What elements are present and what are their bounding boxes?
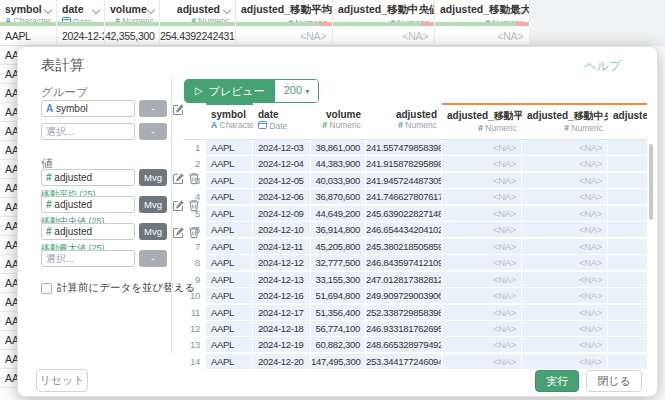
preview-table-cell: <NA> xyxy=(608,255,647,270)
row-number-cell: 9 xyxy=(183,272,206,287)
preview-table-cell: <NA> xyxy=(608,337,647,352)
preview-table-cell: 2024-12-19 xyxy=(253,337,311,352)
preview-column-header-adjusted_移動最大値[interactable]: adjusted_移動最大値# Numeric xyxy=(608,103,647,139)
preview-column-header-adjusted_移動平均[interactable]: adjusted_移動平均# Numeric xyxy=(442,103,522,139)
field-input[interactable]: # adjusted xyxy=(41,223,135,240)
preview-table-cell: <NA> xyxy=(522,189,608,204)
row-number-column-header xyxy=(183,103,206,139)
preview-table-cell: <NA> xyxy=(608,321,647,336)
preview-table-cell: <NA> xyxy=(608,239,647,254)
column-name: symbol xyxy=(206,109,253,120)
app-screen: symbolA Characterdate Datevolume# Numeri… xyxy=(0,0,665,400)
vertical-scrollbar-thumb[interactable] xyxy=(649,144,653,220)
bg-column-header-volume[interactable]: volume# Numeric xyxy=(105,0,160,22)
group-section-label: グループ xyxy=(41,85,88,100)
row-number-cell: 13 xyxy=(183,337,206,352)
numeric-type-icon: # xyxy=(322,120,327,130)
column-type-label: Date xyxy=(253,120,311,131)
preview-table-cell: 2024-12-18 xyxy=(253,321,311,336)
preview-limit-value: 200 xyxy=(284,84,302,96)
preview-table-row: 5AAPL2024-12-0944,649,200245.63902282714… xyxy=(183,206,647,221)
preview-table-cell: 245.639022827148 xyxy=(366,206,442,221)
field-input[interactable]: # adjusted xyxy=(41,196,135,213)
preview-table-row: 14AAPL2024-12-20147,495,300253.344177246… xyxy=(183,354,647,369)
preview-limit-dropdown[interactable]: 200 ▾ xyxy=(275,80,318,102)
close-button[interactable]: 閉じる xyxy=(586,370,642,392)
select-field-input[interactable]: 選択... xyxy=(41,123,135,140)
field-input[interactable]: A symbol xyxy=(41,100,135,117)
panel-divider xyxy=(171,77,172,354)
field-input[interactable]: # adjusted xyxy=(41,169,135,186)
dialog-title: 表計算 xyxy=(41,56,85,75)
preview-table-cell: <NA> xyxy=(522,173,608,188)
column-name: adjusted_移動最大値 xyxy=(608,109,647,123)
preview-column-header-symbol[interactable]: symbolA Character xyxy=(206,103,253,139)
preview-table-cell: AAPL xyxy=(206,321,253,336)
preview-column-header-adjusted[interactable]: adjusted# Numeric xyxy=(366,103,442,139)
preview-table-cell: 2024-12-12 xyxy=(253,255,311,270)
column-name: adjusted_移動中央値 xyxy=(333,3,434,17)
preview-table-cell: AAPL xyxy=(206,156,253,171)
bg-column-header-adjusted_移動中央値[interactable]: adjusted_移動中央値# Numeric xyxy=(333,0,435,22)
preview-button-label: プレビュー xyxy=(209,81,265,101)
column-type-label: # Numeric xyxy=(522,123,608,133)
preview-table-row: 6AAPL2024-12-1036,914,800246.65443420410… xyxy=(183,222,647,237)
aggregation-button[interactable]: Mvg xyxy=(139,223,167,240)
preview-button[interactable]: ▷ プレビュー xyxy=(185,80,275,102)
preview-column-header-volume[interactable]: volume# Numeric xyxy=(311,103,366,139)
run-button[interactable]: 実行 xyxy=(535,370,579,392)
preview-table-cell: <NA> xyxy=(608,173,647,188)
table-cell: <NA> xyxy=(333,26,435,46)
bg-column-header-adjusted_移動最大値[interactable]: adjusted_移動最大値# Numeric xyxy=(435,0,530,22)
preview-table-cell: AAPL xyxy=(206,305,253,320)
help-link[interactable]: ヘルプ xyxy=(584,58,621,75)
bg-column-header-date[interactable]: date Date xyxy=(57,0,105,22)
aggregation-button[interactable]: Mvg xyxy=(139,169,167,186)
sort-before-calc-checkbox[interactable] xyxy=(41,283,52,294)
preview-table-row: 1AAPL2024-12-0338,861,000241.55747985839… xyxy=(183,140,647,155)
numeric-type-icon: # xyxy=(564,123,569,133)
row-number-cell: 6 xyxy=(183,222,206,237)
preview-table-cell: AAPL xyxy=(206,337,253,352)
preview-table-cell: AAPL xyxy=(206,222,253,237)
preview-table-cell: <NA> xyxy=(608,206,647,221)
preview-table-cell: AAPL xyxy=(206,140,253,155)
preview-table-cell: <NA> xyxy=(522,272,608,287)
reset-button[interactable]: リセット xyxy=(36,369,88,392)
select-field-input[interactable]: 選択... xyxy=(41,250,135,267)
preview-table-cell: 245.380218505859 xyxy=(366,239,442,254)
preview-table-cell: <NA> xyxy=(608,189,647,204)
preview-table-cell: <NA> xyxy=(442,173,522,188)
sort-before-calc-row: 計算前にデータを並び替える xyxy=(41,281,195,295)
preview-table: symbolA Characterdate Datevolume# Numeri… xyxy=(183,103,647,373)
preview-table-cell: 40,033,900 xyxy=(311,173,366,188)
aggregation-button[interactable]: - xyxy=(139,250,167,267)
preview-button-group: ▷ プレビュー 200 ▾ xyxy=(184,79,319,103)
preview-table-row: 12AAPL2024-12-1856,774,100246.9331817626… xyxy=(183,321,647,336)
row-number-cell: 11 xyxy=(183,305,206,320)
aggregation-button[interactable]: Mvg xyxy=(139,196,167,213)
row-number-cell: 1 xyxy=(183,140,206,155)
preview-column-header-date[interactable]: date Date xyxy=(253,103,311,139)
preview-table-row: 3AAPL2024-12-0540,033,900241.94572448730… xyxy=(183,173,647,188)
table-cell: 254.439224243164 xyxy=(160,26,236,46)
preview-column-header-adjusted_移動中央値[interactable]: adjusted_移動中央値# Numeric xyxy=(522,103,608,139)
bg-column-header-symbol[interactable]: symbolA Character xyxy=(0,0,57,22)
row-number-cell: 5 xyxy=(183,206,206,221)
preview-table-cell: <NA> xyxy=(608,156,647,171)
bg-column-header-adjusted_移動平均[interactable]: adjusted_移動平均# Numeric xyxy=(236,0,333,22)
table-cell: 42,355,300 xyxy=(105,26,160,46)
preview-table-cell: <NA> xyxy=(442,156,522,171)
preview-table-row: 10AAPL2024-12-1651,694,800249.9097290039… xyxy=(183,288,647,303)
preview-table-cell: 246.933181762695 xyxy=(366,321,442,336)
preview-table-cell: <NA> xyxy=(522,239,608,254)
preview-table-cell: 247.012817382812 xyxy=(366,272,442,287)
numeric-type-icon: # xyxy=(46,199,52,210)
aggregation-button[interactable]: - xyxy=(139,123,167,140)
group-column-marker xyxy=(206,103,253,105)
bg-column-header-adjusted[interactable]: adjusted# Numeric xyxy=(160,0,236,22)
preview-table-cell: 44,649,200 xyxy=(311,206,366,221)
preview-table-cell: 2024-12-04 xyxy=(253,156,311,171)
aggregation-button[interactable]: - xyxy=(139,100,167,117)
preview-table-cell: <NA> xyxy=(522,288,608,303)
